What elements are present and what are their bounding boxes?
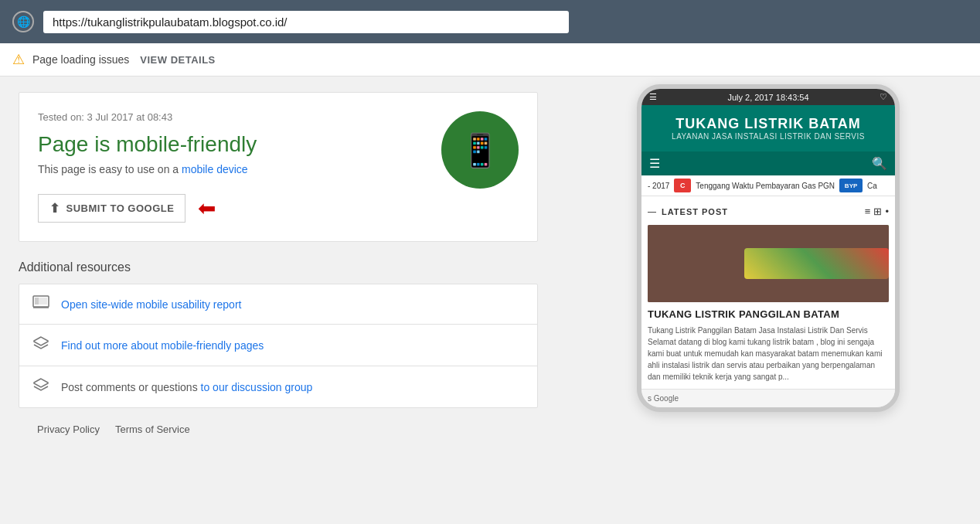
additional-resources-section: Additional resources Open site-wide mobi… [19,260,538,408]
phone-ticker: - 2017 C Tenggang Waktu Pembayaran Gas P… [641,175,895,196]
phone-status-bar: ☰ July 2, 2017 18:43:54 ♡ [641,89,895,105]
phone-nav-menu-icon[interactable]: ☰ [649,156,660,171]
terms-of-service-link[interactable]: Terms of Service [115,424,190,435]
phone-icon: 📱 [460,131,500,169]
url-bar[interactable]: https://tukanglistrikpulaubatam.blogspot… [43,11,569,33]
mobile-friendly-sub: This page is easy to use on a mobile dev… [38,163,426,175]
usability-link[interactable]: Open site-wide mobile usability report [61,298,241,311]
phone-footer: s Google [641,389,895,407]
status-time: July 2, 2017 18:43:54 [727,93,808,102]
discussion-icon [32,377,50,396]
phone-nav: ☰ 🔍 [641,151,895,175]
resource-item-usability[interactable]: Open site-wide mobile usability report [19,284,537,325]
view-details-link[interactable]: VIEW DETAILS [140,54,215,66]
upload-icon: ⬆ [49,201,60,216]
phone-nav-search-icon[interactable]: 🔍 [872,156,887,171]
usability-icon [32,295,50,313]
browser-bar: 🌐 https://tukanglistrikpulaubatam.blogsp… [0,0,980,43]
mobile-friendly-link[interactable]: Find out more about mobile-friendly page… [61,339,264,352]
phone-mockup: ☰ July 2, 2017 18:43:54 ♡ TUKANG LISTRIK… [637,84,900,412]
globe-icon: 🌐 [12,11,34,32]
electrical-image-sim [648,225,889,302]
phone-body: LATEST POST ≡ ⊞ • TUKANG LISTRIK PANGGIL… [641,196,895,389]
submit-to-google-button[interactable]: ⬆ SUBMIT TO GOOGLE [38,194,185,223]
post-title: TUKANG LISTRIK PANGGILAN BATAM [648,308,889,320]
ticker-article: Tenggang Waktu Pembayaran Gas PGN [696,182,835,190]
grid-view-icon[interactable]: ⊞ [873,206,882,217]
result-left: Tested on: 3 Jul 2017 at 08:43 Page is m… [38,111,426,223]
subtitle-link[interactable]: mobile device [182,163,248,175]
list-view-icon[interactable]: ≡ [865,206,871,217]
loading-issues-text: Page loading issues [32,53,129,66]
submit-row: ⬆ SUBMIT TO GOOGLE ⬅ [38,194,426,223]
subtitle-start: This page is easy to use on a [38,163,182,175]
learn-icon [32,335,50,355]
post-image [648,225,889,302]
privacy-policy-link[interactable]: Privacy Policy [37,424,100,435]
ticker-logo-red: C [674,179,691,192]
arrow-pointing-icon: ⬅ [198,196,216,221]
phone-header: TUKANG LISTRIK BATAM LAYANAN JASA INSTAL… [641,105,895,151]
main-layout: Tested on: 3 Jul 2017 at 08:43 Page is m… [0,77,980,524]
phone-site-subtitle: LAYANAN JASA INSTALASI LISTRIK DAN SERVI… [649,132,887,141]
resource-item-mobile-friendly[interactable]: Find out more about mobile-friendly page… [19,325,537,366]
latest-post-label: LATEST POST [648,207,728,216]
post-excerpt: Tukang Listrik Panggilan Batam Jasa Inst… [648,325,889,383]
tested-on: Tested on: 3 Jul 2017 at 08:43 [38,111,426,123]
left-panel: Tested on: 3 Jul 2017 at 08:43 Page is m… [0,77,556,524]
dots-icon[interactable]: • [885,206,889,217]
post-view-icons: ≡ ⊞ • [865,206,889,217]
ticker-year: - 2017 [648,182,669,190]
mobile-friendly-title: Page is mobile-friendly [38,132,426,157]
page-footer: Privacy Policy Terms of Service [19,408,538,435]
loading-issues-bar: ⚠ Page loading issues VIEW DETAILS [0,43,980,77]
phone-site-title: TUKANG LISTRIK BATAM [649,116,887,132]
ticker-more: Ca [867,182,877,190]
additional-title: Additional resources [19,260,538,274]
ticker-logo-blue: BYP [839,179,863,192]
svg-rect-2 [35,298,39,305]
discussion-link-text: to our discussion group [201,381,313,393]
discussion-text-start: Post comments or questions [61,381,201,393]
latest-post-header: LATEST POST ≡ ⊞ • [648,202,889,220]
warning-icon: ⚠ [12,51,25,68]
hamburger-menu-icon: ☰ [649,92,657,102]
discussion-link[interactable]: Post comments or questions to our discus… [61,381,312,393]
heart-icon: ♡ [880,92,887,102]
resource-list: Open site-wide mobile usability report F… [19,284,538,408]
mobile-friendly-icon: 📱 [441,111,519,189]
resource-item-discussion[interactable]: Post comments or questions to our discus… [19,366,537,407]
submit-label: SUBMIT TO GOOGLE [66,202,175,214]
result-card: Tested on: 3 Jul 2017 at 08:43 Page is m… [19,92,538,242]
right-panel: ☰ July 2, 2017 18:43:54 ♡ TUKANG LISTRIK… [556,77,980,524]
